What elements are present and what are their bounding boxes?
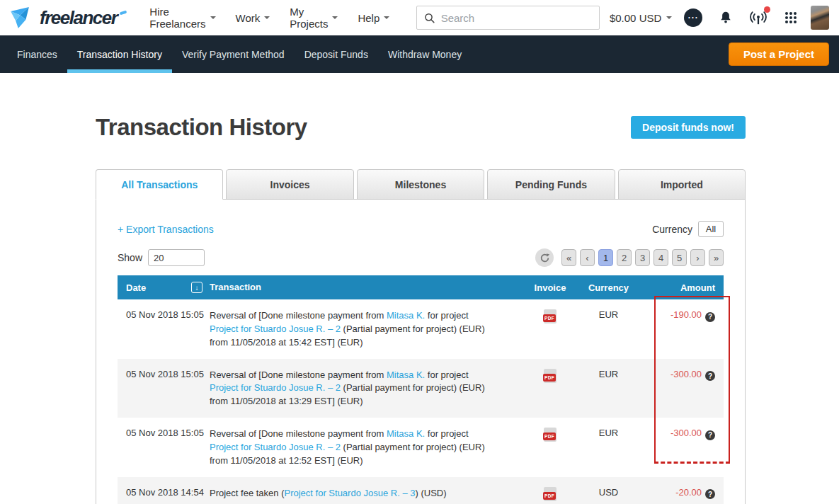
cell-currency: EUR <box>575 428 642 438</box>
transactions-panel: + Export Transactions Currency Show «‹12… <box>96 199 746 504</box>
transaction-link[interactable]: Mitasa K. <box>387 370 425 380</box>
currency-input[interactable] <box>698 221 724 237</box>
transaction-link[interactable]: Project for Stuardo Josue R. – 2 <box>210 442 341 452</box>
broadcast-icon <box>750 10 767 25</box>
tab-milestones[interactable]: Milestones <box>357 169 484 200</box>
apps-grid-icon <box>784 11 798 25</box>
notification-dot <box>764 6 770 13</box>
cell-amount: -190.00? <box>642 309 724 322</box>
transaction-link[interactable]: Mitasa K. <box>387 428 425 439</box>
cell-transaction: Project fee taken (Project for Stuardo J… <box>210 487 525 500</box>
tab-bar: All TransactionsInvoicesMilestonesPendin… <box>96 169 746 199</box>
sort-date-icon[interactable]: ↓ <box>191 282 202 293</box>
pdf-icon[interactable] <box>544 487 557 501</box>
chat-button[interactable]: ··· <box>683 8 703 28</box>
page-title: Transaction History <box>96 114 307 141</box>
cell-date: 05 Nov 2018 15:05 <box>118 369 210 379</box>
tab-imported[interactable]: Imported <box>618 169 746 200</box>
pdf-icon[interactable] <box>544 309 557 323</box>
controls-row-2: Show «‹12345›» <box>118 248 724 267</box>
topnav-item-work[interactable]: Work <box>229 0 278 35</box>
table-row: 05 Nov 2018 15:05Reversal of [Done miles… <box>118 418 724 477</box>
chevron-down-icon <box>332 16 338 19</box>
refresh-button[interactable] <box>535 248 554 267</box>
subnav-item-withdraw-money[interactable]: Withdraw Money <box>378 35 472 73</box>
amount-help-icon[interactable]: ? <box>705 430 715 440</box>
cell-amount: -300.00? <box>642 428 724 440</box>
apps-button[interactable] <box>781 8 801 28</box>
page-button-4[interactable]: 4 <box>653 249 668 266</box>
page-header: Transaction History Deposit funds now! <box>96 114 746 141</box>
post-project-button[interactable]: Post a Project <box>729 42 829 66</box>
notifications-button[interactable] <box>716 8 736 28</box>
subnav-items: FinancesTransaction HistoryVerify Paymen… <box>7 35 472 73</box>
table-row: 05 Nov 2018 14:54Project fee taken (Proj… <box>118 477 724 504</box>
avatar[interactable] <box>811 6 829 30</box>
logo-swoosh <box>120 11 127 16</box>
refresh-icon <box>540 253 550 263</box>
search-box[interactable] <box>416 6 600 30</box>
amount-value: -300.00 <box>670 369 702 379</box>
search-icon <box>424 12 435 24</box>
show-count: Show <box>118 249 205 266</box>
cell-invoice <box>525 428 575 442</box>
tab-all-transactions[interactable]: All Transactions <box>96 169 223 200</box>
topnav-item-my-projects[interactable]: My Projects <box>282 0 345 35</box>
topnav-item-hire-freelancers[interactable]: Hire Freelancers <box>142 0 222 35</box>
amount-help-icon[interactable]: ? <box>705 489 715 499</box>
tab-invoices[interactable]: Invoices <box>226 169 353 200</box>
cell-invoice <box>525 487 575 501</box>
cell-transaction: Reversal of [Done milestone payment from… <box>210 309 525 350</box>
transaction-link[interactable]: Project for Stuardo Josue R. – 2 <box>210 382 341 393</box>
page-button-1[interactable]: 1 <box>598 249 613 266</box>
subnav-item-verify-payment-method[interactable]: Verify Payment Method <box>172 35 295 73</box>
topnav-menu: Hire FreelancersWorkMy ProjectsHelp <box>142 0 396 35</box>
page-button-‹[interactable]: ‹ <box>580 249 595 266</box>
freelancer-logo[interactable]: freelancer <box>10 6 127 29</box>
show-label: Show <box>118 252 142 263</box>
search-input[interactable] <box>441 12 592 24</box>
amount-help-icon[interactable]: ? <box>705 312 715 322</box>
cell-amount: -20.00? <box>642 487 724 500</box>
page-button-»[interactable]: » <box>709 249 724 266</box>
cell-transaction: Reversal of [Done milestone payment from… <box>210 428 525 468</box>
topbar-icons: ··· <box>683 8 801 28</box>
transaction-link[interactable]: Project for Stuardo Josue R. – 2 <box>210 323 341 334</box>
amount-value: -20.00 <box>675 487 702 498</box>
controls-row-1: + Export Transactions Currency <box>118 221 724 237</box>
transaction-link[interactable]: Mitasa K. <box>387 310 425 321</box>
cell-invoice <box>525 369 575 383</box>
finance-subnav: FinancesTransaction HistoryVerify Paymen… <box>0 35 839 73</box>
page-button-2[interactable]: 2 <box>617 249 632 266</box>
pdf-icon[interactable] <box>544 428 557 442</box>
balance-amount: $0.00 USD <box>610 12 661 24</box>
transaction-link[interactable]: Project for Stuardo Josue R. – 3 <box>285 488 416 498</box>
chevron-down-icon <box>384 16 389 19</box>
topnav-item-help[interactable]: Help <box>350 0 396 35</box>
page-button-«[interactable]: « <box>561 249 576 266</box>
subnav-item-finances[interactable]: Finances <box>7 35 67 73</box>
page-button-›[interactable]: › <box>690 249 705 266</box>
deposit-funds-button[interactable]: Deposit funds now! <box>631 116 746 139</box>
logo-wordmark: freelancer <box>40 7 117 29</box>
page-button-5[interactable]: 5 <box>672 249 687 266</box>
tab-pending-funds[interactable]: Pending Funds <box>487 169 615 200</box>
balance-dropdown[interactable]: $0.00 USD <box>610 12 672 24</box>
cell-date: 05 Nov 2018 15:05 <box>118 309 210 320</box>
cell-transaction: Reversal of [Done milestone payment from… <box>210 369 525 409</box>
chevron-down-icon <box>264 16 270 19</box>
amount-help-icon[interactable]: ? <box>705 371 715 381</box>
pagination: «‹12345›» <box>535 248 724 267</box>
page-button-3[interactable]: 3 <box>635 249 650 266</box>
show-count-input[interactable] <box>148 249 205 266</box>
subnav-item-deposit-funds[interactable]: Deposit Funds <box>295 35 378 73</box>
freelancer-bird-icon <box>10 6 35 29</box>
table-header-row: Date ↓ Transaction Invoice Currency Amou… <box>118 275 724 299</box>
live-feed-button[interactable] <box>748 8 768 28</box>
export-transactions-link[interactable]: + Export Transactions <box>118 224 214 235</box>
amount-value: -300.00 <box>670 428 702 438</box>
cell-currency: EUR <box>575 309 642 320</box>
pdf-icon[interactable] <box>544 369 557 383</box>
chevron-down-icon <box>210 16 216 19</box>
subnav-item-transaction-history[interactable]: Transaction History <box>67 35 172 73</box>
